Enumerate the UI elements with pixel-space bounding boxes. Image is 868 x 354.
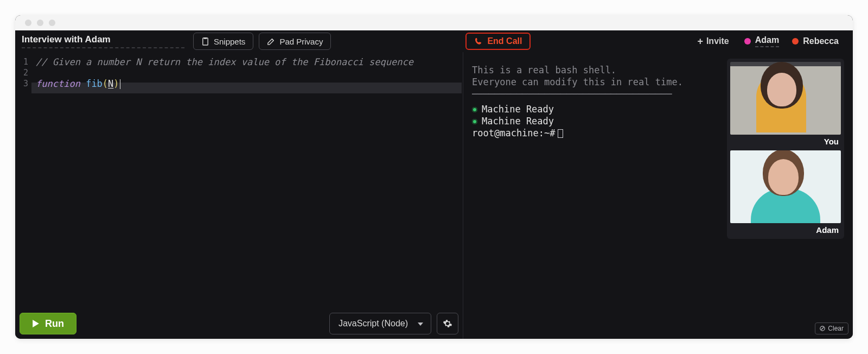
participant-rebecca[interactable]: Rebecca: [792, 36, 839, 46]
editor-footer: Run JavaScript (Node): [15, 312, 463, 336]
app-window: Interview with Adam Snippets Pad Privacy…: [15, 15, 853, 339]
line-number: 3: [15, 78, 28, 89]
video-thumbnail: [730, 150, 841, 223]
pad-privacy-button[interactable]: Pad Privacy: [259, 33, 331, 50]
status-dot-icon: [472, 107, 477, 112]
code-param: N: [108, 78, 113, 89]
run-button[interactable]: Run: [20, 313, 76, 334]
presence-dot-icon: [744, 38, 751, 45]
play-icon: [32, 320, 40, 327]
line-gutter: 1 2 3: [15, 56, 31, 339]
svg-rect-0: [203, 37, 208, 45]
top-toolbar: Interview with Adam Snippets Pad Privacy…: [15, 30, 853, 52]
minimize-window-icon[interactable]: [37, 20, 43, 26]
line-number: 2: [15, 67, 28, 78]
svg-rect-1: [204, 37, 207, 39]
zoom-window-icon[interactable]: [49, 20, 55, 26]
line-number: 1: [15, 56, 28, 67]
cancel-icon: [820, 326, 825, 331]
presence-dot-icon: [792, 38, 799, 45]
settings-button[interactable]: [437, 313, 458, 334]
status-dot-icon: [472, 119, 477, 124]
clipboard-icon: [201, 37, 209, 46]
phone-icon: [474, 37, 483, 46]
text-cursor-icon: [120, 79, 120, 89]
run-label: Run: [45, 318, 64, 330]
video-label: Adam: [730, 223, 841, 236]
code-lines: // Given a number N return the index val…: [31, 56, 463, 339]
participant-name: Rebecca: [803, 36, 839, 46]
video-label: You: [730, 135, 841, 147]
svg-line-3: [821, 327, 824, 330]
end-call-label: End Call: [487, 36, 522, 46]
clear-label: Clear: [828, 325, 844, 332]
video-thumbnail: [730, 62, 841, 135]
code-function-name: fib: [86, 78, 103, 89]
close-window-icon[interactable]: [25, 20, 31, 26]
participant-adam[interactable]: Adam: [744, 35, 779, 47]
video-tile-you[interactable]: You: [730, 62, 841, 147]
code-editor[interactable]: 1 2 3 // Given a number N return the ind…: [15, 52, 463, 339]
invite-label: Invite: [706, 36, 729, 46]
snippets-button[interactable]: Snippets: [193, 33, 253, 50]
end-call-button[interactable]: End Call: [465, 33, 531, 50]
code-comment: // Given a number N return the index val…: [36, 56, 413, 67]
code-keyword: function: [36, 78, 80, 89]
language-select[interactable]: JavaScript (Node): [329, 313, 431, 334]
code-paren: (: [103, 78, 108, 89]
terminal-cursor-icon: [558, 129, 563, 138]
plus-icon: +: [697, 36, 703, 47]
app-body: Interview with Adam Snippets Pad Privacy…: [15, 30, 853, 339]
video-panel[interactable]: You Adam: [727, 59, 844, 239]
edit-icon: [267, 37, 275, 46]
code-paren: ): [113, 78, 119, 89]
video-tile-adam[interactable]: Adam: [730, 150, 841, 236]
window-title-bar: [15, 15, 853, 30]
main-row: 1 2 3 // Given a number N return the ind…: [15, 52, 853, 339]
snippets-label: Snippets: [214, 37, 245, 46]
invite-button[interactable]: + Invite: [697, 36, 729, 47]
participant-name: Adam: [755, 35, 779, 47]
gear-icon: [443, 319, 452, 328]
right-pane: This is a real bash shell. Everyone can …: [463, 52, 853, 339]
pad-privacy-label: Pad Privacy: [279, 37, 323, 46]
page-title[interactable]: Interview with Adam: [22, 34, 184, 48]
language-label: JavaScript (Node): [339, 319, 408, 328]
clear-button[interactable]: Clear: [815, 323, 848, 334]
editor-pane: 1 2 3 // Given a number N return the ind…: [15, 52, 463, 339]
